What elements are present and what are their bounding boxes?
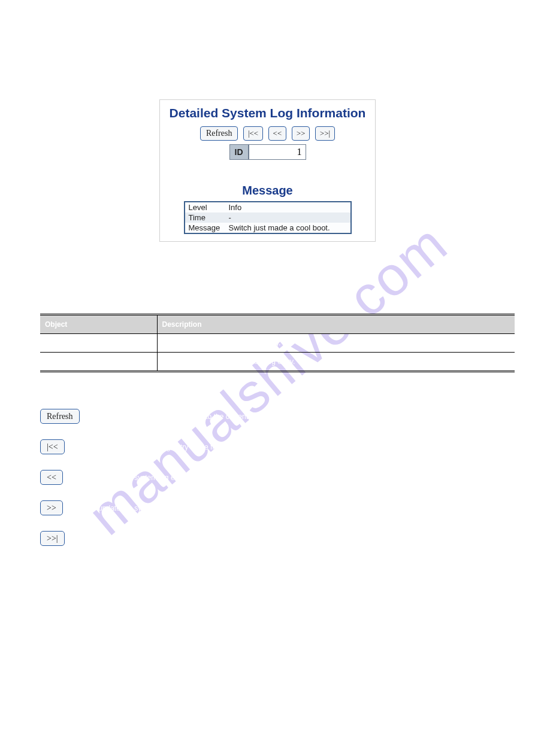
- desc-cell: The message text of the system log entry…: [157, 353, 515, 372]
- button-line: << : Click to update the system log entr…: [40, 470, 295, 485]
- object-table: Object Description ID The ID (>= 1) of t…: [40, 314, 515, 372]
- obj-cell: ID: [40, 334, 157, 353]
- message-table: LevelInfo Time- MessageSwitch just made …: [184, 201, 352, 234]
- first-button-img[interactable]: |<<: [40, 439, 65, 454]
- chapter-big: Web Configuration — System Log Informati…: [279, 55, 499, 68]
- msg-key: Message: [185, 223, 225, 233]
- last-button[interactable]: >>|: [315, 126, 335, 141]
- table-row: Time-: [185, 212, 351, 223]
- message-heading: Message: [166, 184, 369, 198]
- table-row: LevelInfo: [185, 202, 351, 212]
- header-divider: [0, 40, 535, 42]
- next-button[interactable]: >>: [292, 126, 310, 141]
- panel-button-row: Refresh |<< << >> >>|: [166, 126, 369, 141]
- msg-key: Level: [185, 202, 225, 212]
- log-panel: Detailed System Log Information Refresh …: [159, 99, 376, 242]
- prev-button-img[interactable]: <<: [40, 470, 63, 485]
- table-row: ID The ID (>= 1) of the system log entry…: [40, 334, 515, 353]
- button-desc: : Click to update the system log entry t…: [71, 535, 282, 543]
- chapter-small: Chapter 4: [470, 41, 499, 48]
- table-row: MessageSwitch just made a cool boot.: [185, 223, 351, 233]
- refresh-button[interactable]: Refresh: [200, 126, 238, 141]
- button-line: |<< : Click to update the system log ent…: [40, 439, 295, 454]
- msg-val: Info: [225, 202, 351, 212]
- button-line: >>| : Click to update the system log ent…: [40, 531, 295, 546]
- button-desc: : Click to update the system log entry t…: [69, 473, 295, 482]
- table-row: Message The message text of the system l…: [40, 353, 515, 372]
- buttons-heading: Buttons: [40, 392, 295, 400]
- button-line: Refresh : Click to refresh the system lo…: [40, 409, 295, 424]
- button-desc: : Click to update the system log entry t…: [71, 443, 282, 451]
- panel-title: Detailed System Log Information: [166, 106, 369, 120]
- prev-button[interactable]: <<: [268, 126, 287, 141]
- last-button-img[interactable]: >>|: [40, 531, 65, 546]
- col-description: Description: [157, 315, 515, 334]
- desc-cell: The ID (>= 1) of the system log entry.: [157, 334, 515, 353]
- id-label: ID: [229, 144, 249, 160]
- obj-cell: Message: [40, 353, 157, 372]
- refresh-button-img[interactable]: Refresh: [40, 409, 80, 424]
- button-desc: : Click to update the system log entry t…: [69, 504, 282, 512]
- msg-val: Switch just made a cool boot.: [225, 223, 351, 233]
- msg-val: -: [225, 212, 351, 223]
- footer-left: User's Manual: [40, 721, 101, 732]
- footer-right: Page: [477, 721, 499, 732]
- first-button[interactable]: |<<: [243, 126, 263, 141]
- intro-text: This function provides the detailed log …: [40, 79, 305, 87]
- id-row: ID1: [166, 144, 369, 160]
- button-line: >> : Click to update the system log entr…: [40, 500, 295, 515]
- id-value[interactable]: 1: [249, 144, 306, 160]
- desc-line: The page includes the following fields:: [40, 296, 162, 305]
- figure-caption: Figure 4-x: Detailed System Log Informat…: [0, 266, 535, 274]
- buttons-block: Buttons Refresh : Click to refresh the s…: [40, 392, 295, 561]
- next-button-img[interactable]: >>: [40, 500, 63, 515]
- button-desc: : Click to refresh the system log entry …: [86, 412, 277, 421]
- col-object: Object: [40, 315, 157, 334]
- msg-key: Time: [185, 212, 225, 223]
